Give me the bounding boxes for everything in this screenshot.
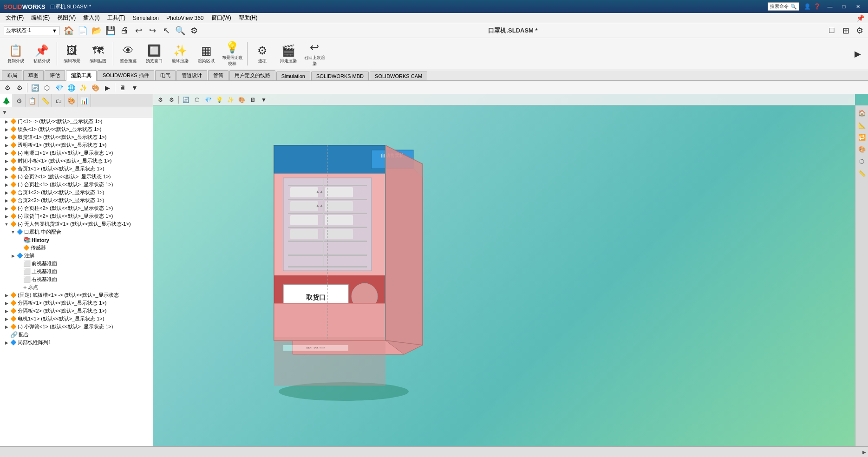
maximize-button[interactable]: □ [837, 2, 850, 11]
tree-item[interactable]: ▶🔶锁头<1> (默认<<默认>_显示状态 1>) [0, 125, 153, 133]
help-icon[interactable]: ❓ [814, 3, 821, 10]
integrated-preview-btn[interactable]: 👁 整合预览 [116, 40, 140, 68]
tree-item[interactable]: ▶🔶透明板<1> (默认<<默认>_显示状态 1>) [0, 141, 153, 149]
tree-item[interactable]: ▶🔶分隔板<2> (默认<<默认>_显示状态 1>) [0, 307, 153, 315]
sub-extra-btn[interactable]: 🖥 [117, 82, 128, 93]
sub-view2-btn[interactable]: ⚙ [14, 82, 25, 93]
tree-arrow[interactable]: ▶ [4, 198, 9, 203]
vp-disp-btn[interactable]: 💎 [203, 95, 213, 105]
close-button[interactable]: ✕ [851, 2, 864, 11]
vp-monitor-btn[interactable]: 🖥 [248, 95, 258, 105]
schedule-render-btn[interactable]: 🎬 排走渲染 [276, 40, 300, 68]
tree-item[interactable]: ▶🔶合页1<1> (默认<<默认>_显示状态 1>) [0, 165, 153, 173]
tree-item[interactable]: ▼🔶(-) 无人售卖机货道<1> (默认<<默认_显示状态-1>) [0, 220, 153, 228]
display-state-dropdown[interactable]: 显示状态-1 ▼ [4, 26, 59, 35]
paste-appearance-btn[interactable]: 📌 粘贴外观 [30, 40, 54, 68]
tree-item[interactable]: ▶🔶(-) 取货门<2> (默认<<默认>_显示状态 1>) [0, 212, 153, 220]
tree-arrow[interactable]: ▶ [4, 150, 9, 156]
tree-arrow[interactable]: ▶ [4, 206, 9, 211]
tree-item[interactable]: 🔗配合 [0, 331, 153, 339]
tree-item[interactable]: +原点 [0, 283, 153, 291]
tree-arrow[interactable]: ▼ [4, 222, 9, 227]
save-tb-icon[interactable]: 💾 [104, 24, 117, 37]
recall-render-btn[interactable]: ↩ 召回上次渲染 [302, 40, 326, 68]
tree-item[interactable]: ▶🔶(-) 合页柱<2> (默认<<默认>_显示状态 1>) [0, 204, 153, 212]
preview-window-btn[interactable]: 🔲 预览窗口 [142, 40, 166, 68]
tree-item[interactable]: ▶🔶(-) 合页2<1> (默认<<默认>_显示状态 1>) [0, 173, 153, 181]
sub-dropdown-btn[interactable]: ▼ [129, 82, 140, 93]
vp-setting-btn[interactable]: ⚙ [155, 95, 165, 105]
tree-arrow[interactable]: ▶ [4, 182, 9, 188]
expand-toolbar-btn[interactable]: ▶ [851, 47, 864, 60]
print-tb-icon[interactable]: 🖨 [118, 24, 131, 37]
menu-view[interactable]: 视图(V) [53, 13, 79, 23]
tab-sw-plugins[interactable]: SOLIDWORKS 插件 [98, 70, 154, 80]
sub-render-btn[interactable]: ✨ [78, 82, 89, 93]
tab-pipe-design[interactable]: 管道设计 [176, 70, 207, 80]
tree-arrow[interactable]: ▶ [4, 143, 9, 148]
redo-tb-icon[interactable]: ↪ [146, 24, 159, 37]
vp-section-btn[interactable]: ⬡ [192, 95, 202, 105]
new-tb-icon[interactable]: 📄 [76, 24, 89, 37]
tree-item[interactable]: ▶🔷注解 [0, 252, 153, 260]
final-render-btn[interactable]: ✨ 最终渲染 [168, 40, 192, 68]
tree-arrow[interactable]: ▶ [4, 174, 9, 180]
panel-tab-layer[interactable]: 🗂 [52, 94, 65, 107]
rp-rotate-btn[interactable]: 🔁 [856, 131, 868, 143]
tree-arrow[interactable] [17, 277, 22, 282]
tree-arrow[interactable] [17, 285, 22, 290]
tree-arrow[interactable] [4, 332, 9, 338]
tree-arrow[interactable]: ▶ [4, 340, 9, 346]
tree-item[interactable]: ▶🔶(-) 电源口<1> (默认<<默认>_显示状态 1>) [0, 149, 153, 157]
options-btn[interactable]: ⚙ 选项 [250, 40, 274, 68]
tree-area[interactable]: ▶🔶门<1> -> (默认<<默认>_显示状态 1>)▶🔶锁头<1> (默认<<… [0, 118, 153, 446]
menu-edit[interactable]: 编辑(E) [27, 13, 53, 23]
tree-item[interactable]: ▶🔶取货道<1> (默认<<默认>_显示状态 1>) [0, 133, 153, 141]
tree-item[interactable]: ▶🔶(-) 合页柱<1> (默认<<默认>_显示状态 1>) [0, 181, 153, 189]
sub-section-btn[interactable]: ⬡ [41, 82, 52, 93]
tab-sw-cam[interactable]: SOLIDWORKS CAM [370, 72, 427, 80]
select-tb-icon[interactable]: ↖ [160, 24, 173, 37]
tree-arrow[interactable]: ▶ [10, 253, 16, 259]
render-region-btn[interactable]: ▦ 渲染区域 [194, 40, 218, 68]
tab-render-tools[interactable]: 渲染工具 [66, 70, 97, 81]
tree-item[interactable]: ▶🔶(固定) 底板槽<1> -> (默认<<默认>_显示状态 [0, 291, 153, 299]
tree-item[interactable]: ▶🔶合页1<2> (默认<<默认>_显示状态 1>) [0, 189, 153, 196]
tab-sketch[interactable]: 草图 [23, 70, 44, 80]
tree-arrow[interactable]: ▶ [4, 190, 9, 196]
tree-arrow[interactable]: ▶ [4, 293, 9, 298]
vp-setting2-btn[interactable]: ⚙ [166, 95, 176, 105]
rp-color-btn[interactable]: 🎨 [856, 144, 868, 155]
tree-item[interactable]: ▶🔶(-) 小弹簧<1> (默认<<默认>_显示状态 1>) [0, 323, 153, 331]
tree-item[interactable]: ▶🔶电机1<1> (默认<<默认>_显示状态 1>) [0, 315, 153, 323]
bottom-expand-btn[interactable]: ▶ [862, 450, 866, 455]
tree-item[interactable]: ▶🔶门<1> -> (默认<<默认>_显示状态 1>) [0, 118, 153, 125]
tree-arrow[interactable]: ▶ [4, 324, 9, 330]
panel-tab-tree[interactable]: 🌲 [0, 94, 13, 107]
tree-item[interactable]: ⬜前视基准面 [0, 260, 153, 268]
menu-simulation[interactable]: Simulation [129, 14, 163, 22]
vp-drop-btn[interactable]: ▼ [259, 95, 269, 105]
tree-arrow[interactable]: ▶ [4, 119, 9, 124]
panel-tab-extra[interactable]: 📊 [78, 94, 91, 107]
tree-arrow[interactable]: ▶ [4, 316, 9, 322]
tree-item[interactable]: ▶🔶合页2<2> (默认<<默认>_显示状态 1>) [0, 196, 153, 204]
undo-tb-icon[interactable]: ↩ [132, 24, 145, 37]
view2-icon[interactable]: ⊞ [839, 24, 852, 37]
tree-item[interactable]: 📚History [0, 236, 153, 244]
sub-view1-btn[interactable]: ⚙ [2, 82, 13, 93]
search-icon[interactable]: 🔍 [790, 4, 797, 10]
vp-light-btn[interactable]: 💡 [214, 95, 224, 105]
panel-tab-appear[interactable]: 🎨 [65, 94, 78, 107]
tree-arrow[interactable] [17, 237, 22, 243]
vp-color-btn[interactable]: 🎨 [236, 95, 247, 105]
tree-item[interactable]: ▼🔷口罩机 中的配合 [0, 228, 153, 236]
sub-orientation-btn[interactable]: 🔄 [29, 82, 40, 93]
edit-decal-btn[interactable]: 🗺 编辑贴图 [86, 40, 110, 68]
tree-item[interactable]: ▶🔶分隔板<1> (默认<<默认>_显示状态 1>) [0, 299, 153, 307]
copy-appearance-btn[interactable]: 📋 复制外观 [4, 40, 28, 68]
zoom-tb-icon[interactable]: 🔍 [174, 24, 187, 37]
sub-scene-btn[interactable]: 🌐 [65, 82, 77, 93]
menu-window[interactable]: 窗口(W) [208, 13, 235, 23]
tree-arrow[interactable]: ▶ [4, 135, 9, 140]
